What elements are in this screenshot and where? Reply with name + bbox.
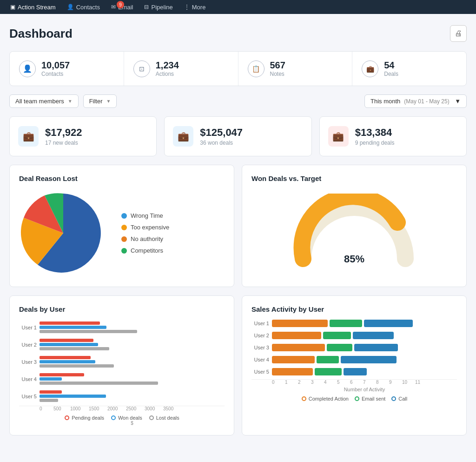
print-button[interactable]: 🖨 (450, 25, 467, 42)
email-icon: ✉ (111, 4, 116, 10)
user3-pending-bar (40, 356, 91, 359)
svg-point-2 (112, 416, 115, 420)
completed-legend: Completed Action (301, 396, 349, 402)
user2-label: User 2 (19, 342, 37, 348)
sa-axis-6: 6 (350, 380, 363, 385)
email-badge: 9 (117, 1, 124, 8)
svg-text:85%: 85% (344, 253, 364, 265)
nav-item-action-stream[interactable]: ▣ Action Stream (5, 0, 61, 14)
sa-axis-8: 8 (376, 380, 389, 385)
notes-count: 567 (270, 60, 285, 71)
won-deals-target-title: Won Deals vs. Target (251, 174, 457, 182)
sa-axis-11: 11 (415, 380, 428, 385)
svg-point-1 (65, 416, 69, 420)
sales-activity-legend: Completed Action Email sent Call (251, 396, 457, 402)
actions-stat-icon: ⊡ (133, 60, 150, 77)
nav-item-pipeline[interactable]: ⊟ Pipeline (139, 0, 178, 14)
user3-lost-bar (40, 364, 114, 368)
user2-lost-bar (40, 347, 109, 350)
pipeline-label: Pipeline (151, 4, 172, 11)
actions-label: Actions (156, 71, 179, 77)
contacts-label: Contacts (76, 4, 100, 11)
user4-label: User 4 (19, 376, 37, 382)
axis-0: 0 (40, 406, 53, 411)
top-nav: ▣ Action Stream 👤 Contacts ✉ Email 9 ⊟ P… (0, 0, 476, 14)
sales-activity-title: Sales Activity by User (251, 305, 457, 313)
competitors-label: Competitors (131, 247, 163, 254)
too-expensive-dot (121, 225, 127, 230)
legend-item-wrong-time: Wrong Time (121, 212, 169, 219)
contacts-icon: 👤 (67, 4, 74, 10)
competitors-dot (121, 248, 127, 254)
svg-point-3 (150, 416, 153, 420)
too-expensive-label: Too expensive (131, 224, 169, 231)
sa-user2-label: User 2 (251, 333, 269, 338)
contacts-stat-icon: 👤 (19, 60, 36, 77)
team-filter-label: All team members (15, 98, 64, 105)
user1-label: User 1 (19, 325, 37, 330)
sa-user4-email (317, 356, 339, 363)
action-stream-label: Action Stream (18, 4, 56, 11)
pending-legend: Pending deals (64, 415, 104, 421)
date-filter-chevron: ▼ (455, 98, 461, 105)
date-filter-select[interactable]: This month (May 01 - May 25) ▼ (364, 94, 467, 108)
sa-user5-completed (272, 368, 313, 375)
axis-1000: 1000 (70, 406, 89, 411)
deal-summary-row: 💼 $17,922 17 new deals 💼 $125,047 36 won… (9, 116, 467, 156)
nav-item-email[interactable]: ✉ Email 9 (106, 0, 139, 14)
sales-activity-chart: User 1 User 2 (251, 320, 457, 402)
sa-user1-call (364, 320, 413, 327)
sa-user3-completed (272, 344, 325, 351)
user1-lost-bar (40, 330, 137, 333)
more-icon: ⋮ (184, 4, 190, 10)
page-title: Dashboard (9, 27, 73, 41)
wrong-time-label: Wrong Time (131, 212, 163, 219)
actions-count: 1,234 (156, 60, 179, 71)
sa-user2-email (323, 332, 351, 339)
user5-pending-bar (40, 390, 62, 394)
contacts-label: Contacts (41, 71, 70, 77)
sa-axis-label: Number of Activity (251, 387, 457, 392)
deals-count: 54 (384, 60, 398, 71)
sa-user5-call (344, 368, 367, 375)
sa-axis-7: 7 (363, 380, 376, 385)
sa-user1-email (330, 320, 362, 327)
filter-row: All team members ▼ Filter ▼ This month (… (9, 94, 467, 108)
sa-axis-10: 10 (402, 380, 415, 385)
team-filter-select[interactable]: All team members ▼ (9, 94, 79, 108)
axis-500: 500 (53, 406, 70, 411)
legend-item-no-authority: No authority (121, 235, 169, 242)
user5-label: User 5 (19, 394, 37, 399)
axis-1500: 1500 (89, 406, 107, 411)
new-deals-card: 💼 $17,922 17 new deals (9, 116, 157, 156)
date-filter-range: (May 01 - May 25) (404, 98, 449, 105)
sa-axis-1: 1 (285, 380, 298, 385)
filter-label: Filter (89, 98, 103, 105)
won-deals-sub: 36 won deals (200, 140, 243, 146)
pipeline-icon: ⊟ (144, 4, 149, 10)
date-filter-label: This month (370, 98, 400, 105)
sa-axis-3: 3 (311, 380, 324, 385)
axis-3500: 3500 (163, 406, 182, 411)
stat-card-contacts: 👤 10,057 Contacts (10, 52, 124, 86)
notes-stat-icon: 📋 (248, 60, 264, 77)
sa-user3-call (354, 344, 398, 351)
no-authority-label: No authority (131, 235, 163, 242)
dollar-label: $ (19, 421, 225, 426)
nav-item-more[interactable]: ⋮ More (178, 0, 212, 14)
svg-point-6 (392, 397, 396, 401)
sa-axis-9: 9 (389, 380, 402, 385)
sa-user5-email (315, 368, 342, 375)
user2-pending-bar (40, 339, 93, 342)
filter-select[interactable]: Filter ▼ (83, 94, 117, 108)
deals-by-user-title: Deals by User (19, 305, 225, 313)
nav-item-contacts[interactable]: 👤 Contacts (61, 0, 106, 14)
more-label: More (192, 4, 206, 11)
lost-legend: Lost deals (149, 415, 179, 421)
sa-user1-completed (272, 320, 328, 327)
deals-by-user-chart: User 1 User 2 (19, 320, 225, 426)
action-stream-icon: ▣ (10, 4, 15, 10)
stat-cards-row: 👤 10,057 Contacts ⊡ 1,234 Actions 📋 567 … (9, 51, 467, 86)
new-deals-amount: $17,922 (45, 127, 82, 139)
gauge-chart: 85% (289, 194, 419, 268)
